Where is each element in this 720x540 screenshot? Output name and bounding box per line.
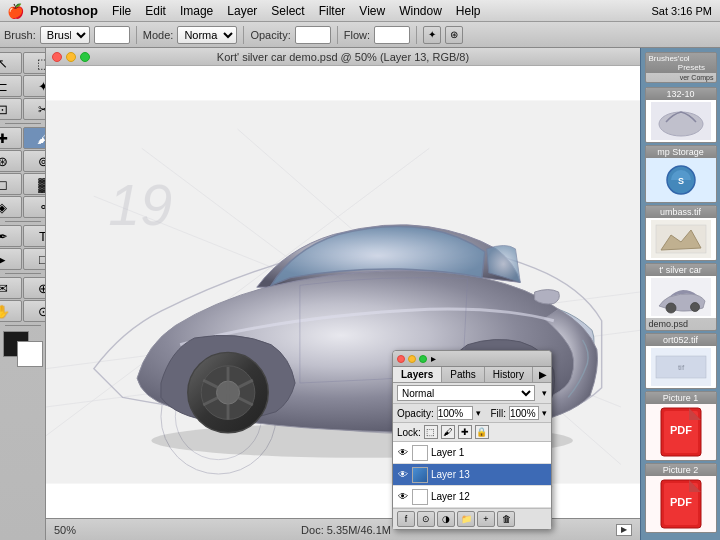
close-button[interactable] <box>52 52 62 62</box>
panel-car-body <box>646 276 716 318</box>
layers-maximize-btn[interactable] <box>419 355 427 363</box>
gradient-tool-btn[interactable]: ▓ <box>23 173 46 195</box>
brush-size-input[interactable]: 16 <box>94 26 130 44</box>
menu-window[interactable]: Window <box>393 2 448 20</box>
eraser-tool-btn[interactable]: ◻ <box>0 173 22 195</box>
add-style-btn[interactable]: f <box>397 511 415 527</box>
path-select-btn[interactable]: ▸ <box>0 248 22 270</box>
lock-image-btn[interactable]: 🖌 <box>441 425 455 439</box>
layers-lock-row: Lock: ⬚ 🖌 ✚ 🔒 <box>393 423 551 442</box>
brushes-panel-thumb[interactable]: Brushes'col Presets ver Comps <box>645 52 717 83</box>
dodge-tool-btn[interactable]: ⚬ <box>23 196 46 218</box>
layers-close-btn[interactable] <box>397 355 405 363</box>
layer-visibility-13[interactable]: 👁 <box>397 469 409 481</box>
toolbar: Brush: Brush 16 Mode: Normal Opacity: 86… <box>0 22 720 48</box>
stamp-tool-btn[interactable]: ⊛ <box>0 150 22 172</box>
menu-edit[interactable]: Edit <box>139 2 172 20</box>
panel-picture2-body: PDF <box>646 476 716 532</box>
crop-tool-btn[interactable]: ⊡ <box>0 98 22 120</box>
type-tool-btn[interactable]: T <box>23 225 46 247</box>
minimize-button[interactable] <box>66 52 76 62</box>
panel-umbass-header: umbass.tif <box>646 206 716 218</box>
group-btn[interactable]: 📁 <box>457 511 475 527</box>
brush-tool-btn[interactable]: 🖌 <box>23 127 46 149</box>
panel-storage-body: S <box>646 158 716 202</box>
marquee-tool-btn[interactable]: ⬚ <box>23 52 46 74</box>
blend-mode-arrow[interactable]: ▾ <box>542 388 547 398</box>
menu-image[interactable]: Image <box>174 2 219 20</box>
menu-filter[interactable]: Filter <box>313 2 352 20</box>
panel-thumb-storage[interactable]: mp Storage S <box>645 145 717 203</box>
delete-layer-btn[interactable]: 🗑 <box>497 511 515 527</box>
panel-thumb-ort052[interactable]: ort052.tif tif <box>645 333 717 389</box>
layer-row-13[interactable]: 👁 Layer 13 <box>393 464 551 486</box>
panel-thumb-car-demo[interactable]: t' silver car demo.psd <box>645 263 717 331</box>
panel-picture1-body: PDF <box>646 404 716 460</box>
zoom-tool-btn[interactable]: ⊙ <box>23 300 46 322</box>
layers-window-controls <box>397 355 427 363</box>
panel-thumb-picture2[interactable]: Picture 2 PDF <box>645 463 717 533</box>
pdf-icon-2: PDF <box>659 478 703 530</box>
layer-thumb-12 <box>412 489 428 505</box>
tablet-pressure-toggle[interactable]: ⊛ <box>445 26 463 44</box>
add-mask-btn[interactable]: ⊙ <box>417 511 435 527</box>
mode-select[interactable]: Normal <box>177 26 237 44</box>
blend-mode-select[interactable]: Normal <box>397 385 535 401</box>
panel-thumb-umbass[interactable]: umbass.tif <box>645 205 717 261</box>
hand-tool-btn[interactable]: ✋ <box>0 300 22 322</box>
layer-visibility-12[interactable]: 👁 <box>397 491 409 503</box>
notes-tool-btn[interactable]: ✉ <box>0 277 22 299</box>
panel-ort052-header: ort052.tif <box>646 334 716 346</box>
opacity-arrow[interactable]: ▾ <box>476 408 481 418</box>
fill-arrow[interactable]: ▾ <box>542 408 547 418</box>
magic-wand-btn[interactable]: ✦ <box>23 75 46 97</box>
menu-help[interactable]: Help <box>450 2 487 20</box>
menu-file[interactable]: File <box>106 2 137 20</box>
thumbnail-ort052-img: tif <box>651 348 711 386</box>
fill-value-input[interactable] <box>509 406 539 420</box>
layer-visibility-1[interactable]: 👁 <box>397 447 409 459</box>
flow-input[interactable]: 77% <box>374 26 410 44</box>
lock-transparent-btn[interactable]: ⬚ <box>424 425 438 439</box>
maximize-button[interactable] <box>80 52 90 62</box>
brush-select[interactable]: Brush <box>40 26 90 44</box>
new-layer-btn[interactable]: + <box>477 511 495 527</box>
shape-tool-btn[interactable]: □ <box>23 248 46 270</box>
panel-thumb-132-10-header: 132-10 <box>646 88 716 100</box>
tab-paths[interactable]: Paths <box>442 367 485 382</box>
background-color[interactable] <box>17 341 43 367</box>
eyedropper-btn[interactable]: ⊕ <box>23 277 46 299</box>
opacity-value-input[interactable] <box>437 406 473 420</box>
lasso-tool-btn[interactable]: ⊏ <box>0 75 22 97</box>
lock-position-btn[interactable]: ✚ <box>458 425 472 439</box>
tab-history[interactable]: History <box>485 367 533 382</box>
menu-view[interactable]: View <box>353 2 391 20</box>
adjustment-btn[interactable]: ◑ <box>437 511 455 527</box>
pen-tool-btn[interactable]: ✒ <box>0 225 22 247</box>
layers-minimize-btn[interactable] <box>408 355 416 363</box>
layer-row-12[interactable]: 👁 Layer 12 <box>393 486 551 508</box>
layers-blend-row: Normal ▾ <box>393 383 551 404</box>
apple-menu[interactable]: 🍎 <box>0 3 30 19</box>
lock-all-btn[interactable]: 🔒 <box>475 425 489 439</box>
slice-tool-btn[interactable]: ✂ <box>23 98 46 120</box>
airbrush-toggle[interactable]: ✦ <box>423 26 441 44</box>
tab-layers[interactable]: Layers <box>393 367 442 382</box>
healing-tool-btn[interactable]: ✚ <box>0 127 22 149</box>
panel-thumb-picture1[interactable]: Picture 1 PDF <box>645 391 717 461</box>
blur-tool-btn[interactable]: ◈ <box>0 196 22 218</box>
layers-panel-menu-btn[interactable]: ▶ <box>535 367 551 382</box>
svg-point-33 <box>690 303 699 312</box>
layer-row-1[interactable]: 👁 Layer 1 <box>393 442 551 464</box>
panel-thumb-132-10[interactable]: 132-10 <box>645 87 717 143</box>
opacity-input[interactable]: 86% <box>295 26 331 44</box>
menu-layer[interactable]: Layer <box>221 2 263 20</box>
menu-select[interactable]: Select <box>265 2 310 20</box>
layers-expand-icon[interactable]: ▸ <box>431 353 436 364</box>
move-tool-btn[interactable]: ↖ <box>0 52 22 74</box>
svg-point-26 <box>659 112 703 136</box>
zoom-level: 50% <box>54 524 76 536</box>
system-time: Sat 3:16 PM <box>651 5 712 17</box>
canvas-scroll-right[interactable]: ▶ <box>616 524 632 536</box>
history-brush-btn[interactable]: ⊚ <box>23 150 46 172</box>
